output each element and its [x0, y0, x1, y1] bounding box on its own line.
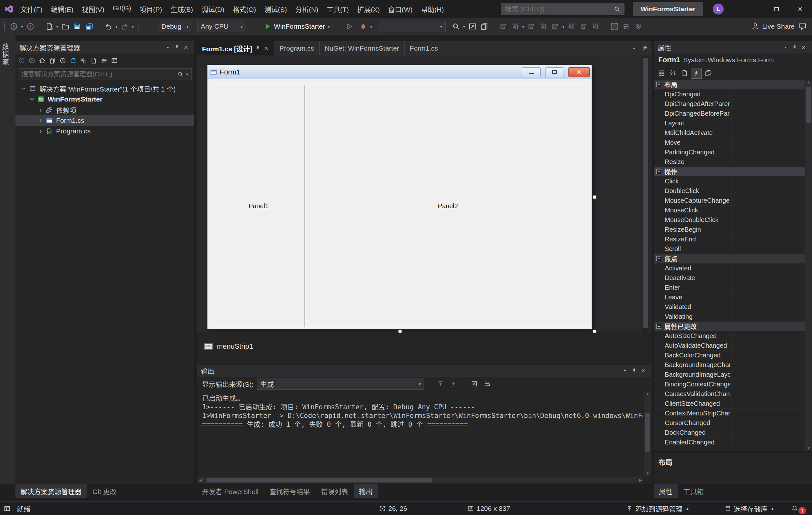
- toolbar-grip[interactable]: [4, 22, 5, 31]
- event-row[interactable]: BackColorChanged: [654, 351, 805, 360]
- scrollbar-thumb[interactable]: [207, 478, 432, 482]
- menu-edit[interactable]: 编辑(E): [47, 4, 78, 14]
- expander-icon[interactable]: ›: [20, 85, 28, 92]
- scroll-up-icon[interactable]: ▲: [805, 80, 812, 84]
- property-group-layout[interactable]: 布局: [654, 80, 805, 90]
- add-to-source-control-button[interactable]: 添加到源码管理 ▲: [627, 502, 690, 515]
- event-row[interactable]: Leave: [654, 293, 805, 302]
- collapse-minus-icon[interactable]: [656, 82, 661, 87]
- event-row[interactable]: BackgroundImageLayoutChanged: [654, 370, 805, 380]
- select-repository-button[interactable]: 选择存储库 ▲: [725, 502, 775, 515]
- designed-form-window[interactable]: Form1 × Panel1 Panel2: [207, 65, 592, 330]
- new-file-button[interactable]: [45, 22, 54, 31]
- form-client-area[interactable]: Panel1 Panel2: [207, 80, 591, 329]
- resize-handle-south[interactable]: [398, 330, 402, 333]
- event-row[interactable]: DpiChangedBeforeParent: [654, 109, 805, 119]
- window-menu-icon[interactable]: [781, 43, 790, 52]
- scroll-right-icon[interactable]: ▶: [639, 478, 642, 482]
- event-row[interactable]: Move: [654, 138, 805, 148]
- event-row[interactable]: Layout: [654, 119, 805, 128]
- home-button[interactable]: [37, 56, 47, 65]
- expander-icon[interactable]: ›: [37, 127, 45, 135]
- collapse-minus-icon[interactable]: [656, 169, 661, 174]
- tab-program-cs[interactable]: Program.cs: [274, 41, 319, 55]
- make-same-height-button[interactable]: [567, 22, 576, 31]
- documents-button[interactable]: [480, 22, 489, 31]
- quick-search-box[interactable]: [501, 3, 625, 15]
- output-source-dropdown[interactable]: 生成▾: [257, 378, 424, 390]
- hot-reload-button[interactable]: [358, 22, 368, 31]
- tree-row-solution[interactable]: › 解决方案"WinFormsStarter"(1 个项目/共 1 个): [16, 83, 194, 94]
- menu-debug[interactable]: 调试(D): [197, 4, 228, 14]
- form-title-bar[interactable]: Form1 ×: [207, 65, 591, 79]
- categorized-icon[interactable]: [656, 68, 667, 78]
- event-row[interactable]: Validating: [654, 312, 805, 322]
- bring-to-front-button[interactable]: [610, 22, 619, 31]
- event-row[interactable]: Resize: [654, 157, 805, 167]
- window-menu-icon[interactable]: [620, 366, 630, 375]
- pin-icon[interactable]: [172, 43, 181, 52]
- caret-position-status[interactable]: 26, 26: [380, 502, 407, 515]
- select-elements-button[interactable]: [468, 22, 477, 31]
- event-row[interactable]: DpiChanged: [654, 90, 805, 99]
- designer-panel2[interactable]: Panel2: [306, 85, 590, 327]
- user-avatar[interactable]: L: [713, 4, 724, 15]
- layout-pane-icon[interactable]: [4, 502, 10, 515]
- maximize-button[interactable]: [764, 0, 788, 18]
- new-file-dropdown-icon[interactable]: ▾: [56, 25, 59, 29]
- find-in-files-button[interactable]: [451, 22, 461, 31]
- event-row[interactable]: EnabledChanged: [654, 438, 805, 447]
- undo-button[interactable]: [104, 22, 113, 31]
- menu-help[interactable]: 帮助(H): [417, 4, 448, 14]
- toolbar-empty-dropdown[interactable]: ▾: [379, 21, 446, 32]
- event-row[interactable]: Enter: [654, 283, 805, 293]
- open-file-button[interactable]: [61, 22, 70, 31]
- menu-extensions[interactable]: 扩展(X): [353, 4, 384, 14]
- menu-file[interactable]: 文件(F): [16, 4, 47, 14]
- properties-view-icon[interactable]: [679, 68, 690, 78]
- property-group-property-changed[interactable]: 属性已更改: [654, 322, 805, 331]
- show-all-files-button[interactable]: [89, 56, 98, 65]
- notifications-button[interactable]: [791, 502, 798, 515]
- start-dropdown-icon[interactable]: ▾: [328, 25, 330, 29]
- event-row[interactable]: ResizeBegin: [654, 225, 805, 235]
- tray-item-menustrip[interactable]: menuStrip1: [204, 342, 253, 351]
- event-row[interactable]: CursorChanged: [654, 418, 805, 428]
- property-group-focus[interactable]: 焦点: [654, 254, 805, 264]
- event-row[interactable]: DpiChangedAfterParent: [654, 99, 805, 109]
- menu-tools[interactable]: 工具(T): [323, 4, 353, 14]
- property-group-action[interactable]: 操作: [654, 167, 805, 177]
- event-row[interactable]: ContextMenuStripChanged: [654, 409, 805, 418]
- tab-developer-powershell[interactable]: 开发者 PowerShell: [197, 484, 264, 498]
- menu-analyze[interactable]: 分析(N): [291, 4, 322, 14]
- next-message-button[interactable]: [448, 379, 458, 389]
- solution-configuration-dropdown[interactable]: Debug▾: [158, 21, 192, 32]
- alphabetical-icon[interactable]: [668, 68, 678, 78]
- event-row[interactable]: DockChanged: [654, 428, 805, 438]
- scroll-left-icon[interactable]: ◀: [199, 478, 202, 482]
- event-row[interactable]: Activated: [654, 264, 805, 273]
- properties-vertical-scrollbar[interactable]: ▲ ▼: [805, 80, 812, 451]
- make-same-width-button[interactable]: [550, 22, 560, 31]
- event-row[interactable]: MdiChildActivate: [654, 128, 805, 138]
- live-share-button[interactable]: Live Share: [762, 23, 794, 30]
- start-debugging-button[interactable]: WinFormsStarter ▾: [264, 18, 330, 35]
- find-dropdown-icon[interactable]: ▾: [463, 25, 465, 29]
- form-maximize-button[interactable]: [545, 67, 564, 77]
- expander-icon[interactable]: ›: [37, 116, 45, 124]
- resize-handle-east[interactable]: [593, 195, 597, 199]
- quick-search-input[interactable]: [505, 5, 611, 13]
- designer-vertical-scrollbar[interactable]: [642, 55, 649, 333]
- tab-find-symbol-results[interactable]: 查找符号结果: [264, 484, 315, 498]
- menu-project[interactable]: 项目(P): [135, 4, 166, 14]
- search-icon[interactable]: [614, 6, 620, 12]
- scrollbar-thumb[interactable]: [643, 58, 648, 328]
- tab-properties[interactable]: 属性: [654, 484, 678, 498]
- events-view-icon[interactable]: [691, 68, 701, 78]
- save-all-button[interactable]: [84, 22, 94, 31]
- vertical-spacing-button[interactable]: [591, 22, 600, 31]
- event-row[interactable]: ClientSizeChanged: [654, 399, 805, 409]
- property-pages-icon[interactable]: [703, 68, 713, 78]
- scroll-down-icon[interactable]: ▼: [805, 446, 812, 451]
- event-row[interactable]: AutoValidateChanged: [654, 341, 805, 351]
